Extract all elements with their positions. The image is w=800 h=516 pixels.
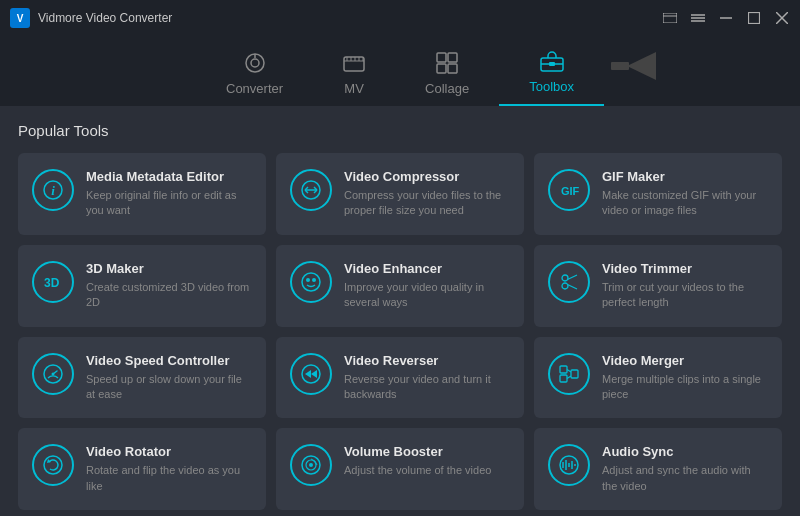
tab-mv[interactable]: MV (313, 48, 395, 106)
section-title: Popular Tools (18, 122, 782, 139)
title-bar-left: V Vidmore Video Converter (10, 8, 172, 28)
video-reverser-desc: Reverse your video and turn it backwards (344, 372, 510, 403)
menu-icon[interactable] (690, 10, 706, 26)
video-speed-controller-name: Video Speed Controller (86, 353, 252, 368)
video-enhancer-icon (290, 261, 332, 303)
video-merger-name: Video Merger (602, 353, 768, 368)
svg-rect-29 (611, 62, 629, 70)
svg-rect-8 (749, 13, 760, 24)
audio-sync-icon (548, 444, 590, 486)
video-rotator-icon (32, 444, 74, 486)
app-title: Vidmore Video Converter (38, 11, 172, 25)
video-compressor-name: Video Compressor (344, 169, 510, 184)
video-reverser-icon (290, 353, 332, 395)
video-trimmer-text: Video TrimmerTrim or cut your videos to … (602, 261, 768, 311)
3d-maker-text: 3D MakerCreate customized 3D video from … (86, 261, 252, 311)
3d-maker-name: 3D Maker (86, 261, 252, 276)
volume-booster-name: Volume Booster (344, 444, 491, 459)
tab-mv-label: MV (344, 81, 364, 96)
svg-rect-21 (437, 53, 446, 62)
audio-sync-name: Audio Sync (602, 444, 768, 459)
tool-card-video-rotator[interactable]: Video RotatorRotate and flip the video a… (18, 428, 266, 510)
svg-point-42 (312, 278, 316, 282)
collage-icon (436, 52, 458, 77)
tab-converter[interactable]: Converter (196, 44, 313, 106)
svg-point-49 (52, 372, 55, 375)
video-rotator-desc: Rotate and flip the video as you like (86, 463, 252, 494)
tool-card-volume-booster[interactable]: Volume BoosterAdjust the volume of the v… (276, 428, 524, 510)
svg-point-40 (302, 273, 320, 291)
tool-card-media-metadata-editor[interactable]: i Media Metadata EditorKeep original fil… (18, 153, 266, 235)
title-bar: V Vidmore Video Converter (0, 0, 800, 36)
video-enhancer-name: Video Enhancer (344, 261, 510, 276)
media-metadata-editor-desc: Keep original file info or edit as you w… (86, 188, 252, 219)
tab-collage[interactable]: Collage (395, 44, 499, 106)
svg-line-46 (568, 284, 578, 289)
svg-rect-22 (448, 53, 457, 62)
caption-icon[interactable] (662, 10, 678, 26)
tab-converter-label: Converter (226, 81, 283, 96)
svg-point-41 (306, 278, 310, 282)
tab-toolbox-label: Toolbox (529, 79, 574, 94)
svg-text:V: V (17, 13, 24, 24)
svg-point-43 (562, 275, 568, 281)
minimize-icon[interactable] (718, 10, 734, 26)
svg-rect-27 (549, 62, 555, 66)
video-compressor-text: Video CompressorCompress your video file… (344, 169, 510, 219)
video-trimmer-desc: Trim or cut your videos to the perfect l… (602, 280, 768, 311)
video-enhancer-text: Video EnhancerImprove your video quality… (344, 261, 510, 311)
svg-marker-51 (305, 370, 311, 378)
svg-rect-2 (663, 13, 677, 23)
svg-point-12 (251, 59, 259, 67)
media-metadata-editor-text: Media Metadata EditorKeep original file … (86, 169, 252, 219)
video-speed-controller-icon (32, 353, 74, 395)
gif-maker-text: GIF MakerMake customized GIF with your v… (602, 169, 768, 219)
gif-maker-name: GIF Maker (602, 169, 768, 184)
svg-rect-54 (560, 375, 567, 382)
audio-sync-desc: Adjust and sync the audio with the video (602, 463, 768, 494)
svg-rect-53 (560, 366, 567, 373)
svg-line-45 (568, 275, 578, 280)
video-rotator-name: Video Rotator (86, 444, 252, 459)
svg-marker-52 (311, 370, 317, 378)
svg-rect-55 (571, 370, 578, 378)
video-trimmer-icon (548, 261, 590, 303)
tool-card-video-compressor[interactable]: Video CompressorCompress your video file… (276, 153, 524, 235)
arrow-indicator (611, 52, 656, 80)
tool-card-video-speed-controller[interactable]: Video Speed ControllerSpeed up or slow d… (18, 337, 266, 419)
svg-text:i: i (51, 183, 55, 198)
video-speed-controller-desc: Speed up or slow down your file at ease (86, 372, 252, 403)
tool-card-audio-sync[interactable]: Audio SyncAdjust and sync the audio with… (534, 428, 782, 510)
tool-card-gif-maker[interactable]: GIF GIF MakerMake customized GIF with yo… (534, 153, 782, 235)
video-merger-icon (548, 353, 590, 395)
video-enhancer-desc: Improve your video quality in several wa… (344, 280, 510, 311)
maximize-icon[interactable] (746, 10, 762, 26)
volume-booster-text: Volume BoosterAdjust the volume of the v… (344, 444, 491, 478)
svg-point-62 (309, 463, 313, 467)
video-merger-desc: Merge multiple clips into a single piece (602, 372, 768, 403)
tool-card-3d-maker[interactable]: 3D 3D MakerCreate customized 3D video fr… (18, 245, 266, 327)
tab-toolbox[interactable]: Toolbox (499, 42, 604, 106)
tab-bar: Converter MV Collage (0, 36, 800, 106)
video-compressor-desc: Compress your video files to the proper … (344, 188, 510, 219)
converter-icon (244, 52, 266, 77)
toolbox-icon (540, 50, 564, 75)
svg-rect-23 (437, 64, 446, 73)
tool-card-video-merger[interactable]: Video MergerMerge multiple clips into a … (534, 337, 782, 419)
tool-card-video-trimmer[interactable]: Video TrimmerTrim or cut your videos to … (534, 245, 782, 327)
svg-point-44 (562, 283, 568, 289)
media-metadata-editor-name: Media Metadata Editor (86, 169, 252, 184)
video-reverser-text: Video ReverserReverse your video and tur… (344, 353, 510, 403)
close-icon[interactable] (774, 10, 790, 26)
tool-card-video-enhancer[interactable]: Video EnhancerImprove your video quality… (276, 245, 524, 327)
video-rotator-text: Video RotatorRotate and flip the video a… (86, 444, 252, 494)
video-compressor-icon (290, 169, 332, 211)
video-trimmer-name: Video Trimmer (602, 261, 768, 276)
gif-maker-icon: GIF (548, 169, 590, 211)
video-merger-text: Video MergerMerge multiple clips into a … (602, 353, 768, 403)
content-area: Popular Tools i Media Metadata EditorKee… (0, 106, 800, 516)
mv-icon (343, 56, 365, 77)
tool-card-video-reverser[interactable]: Video ReverserReverse your video and tur… (276, 337, 524, 419)
media-metadata-editor-icon: i (32, 169, 74, 211)
volume-booster-icon (290, 444, 332, 486)
